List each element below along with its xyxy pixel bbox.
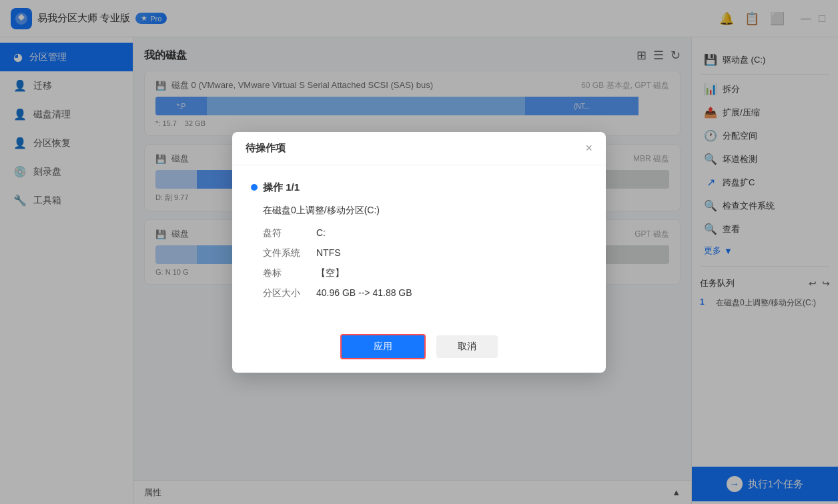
cancel-button[interactable]: 取消 xyxy=(436,335,498,358)
modal-label-2: 卷标 xyxy=(263,267,316,279)
modal-dialog: 待操作项 × 操作 1/1 在磁盘0上调整/移动分区(C:) 盘符 C: 文件系… xyxy=(232,132,606,373)
modal-label-0: 盘符 xyxy=(263,227,316,239)
modal-overlay: 待操作项 × 操作 1/1 在磁盘0上调整/移动分区(C:) 盘符 C: 文件系… xyxy=(0,0,838,504)
modal-label-3: 分区大小 xyxy=(263,287,316,299)
modal-value-2: 【空】 xyxy=(316,267,344,279)
modal-value-0: C: xyxy=(316,227,326,239)
modal-body: 操作 1/1 在磁盘0上调整/移动分区(C:) 盘符 C: 文件系统 NTFS … xyxy=(232,165,606,323)
modal-row-3: 分区大小 40.96 GB --> 41.88 GB xyxy=(263,287,587,299)
modal-description: 在磁盘0上调整/移动分区(C:) xyxy=(263,205,587,217)
modal-value-3: 40.96 GB --> 41.88 GB xyxy=(316,287,412,299)
modal-row-0: 盘符 C: xyxy=(263,227,587,239)
modal-label-1: 文件系统 xyxy=(263,247,316,259)
modal-footer: 应用 取消 xyxy=(232,323,606,373)
modal-close-button[interactable]: × xyxy=(585,141,592,155)
apply-button[interactable]: 应用 xyxy=(340,334,426,359)
modal-content: 在磁盘0上调整/移动分区(C:) 盘符 C: 文件系统 NTFS 卷标 【空】 … xyxy=(263,205,587,299)
bullet-icon xyxy=(251,184,258,191)
modal-row-2: 卷标 【空】 xyxy=(263,267,587,279)
modal-value-1: NTFS xyxy=(316,247,341,259)
modal-section-title: 操作 1/1 xyxy=(251,181,587,194)
modal-header: 待操作项 × xyxy=(232,132,606,165)
modal-row-1: 文件系统 NTFS xyxy=(263,247,587,259)
modal-title: 待操作项 xyxy=(246,142,286,155)
